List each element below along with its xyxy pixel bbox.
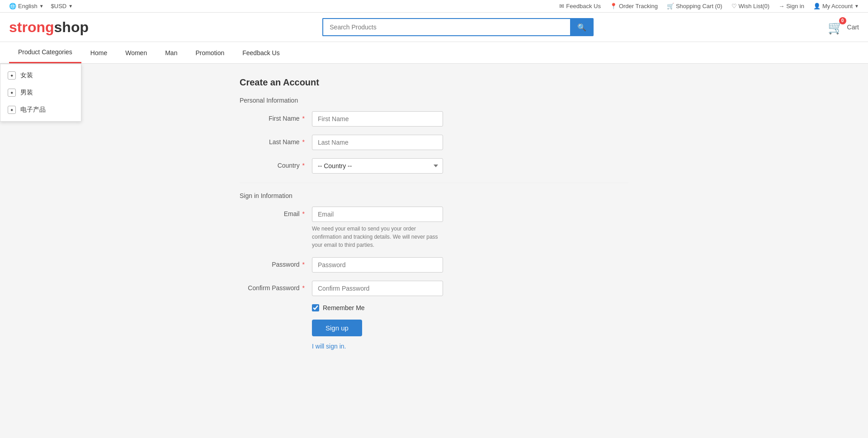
signin-info-title: Sign in Information: [240, 192, 628, 199]
remember-me-checkbox[interactable]: [312, 304, 319, 311]
person-icon: 👤: [813, 3, 821, 9]
category-icon-nanzhuang: ✦: [8, 89, 16, 97]
category-item-electronics[interactable]: ✦ 电子产品: [0, 101, 81, 118]
nav-home[interactable]: Home: [81, 43, 116, 63]
email-required: *: [301, 210, 305, 217]
first-name-group: First Name *: [240, 111, 628, 127]
language-label: English: [18, 3, 38, 9]
nav-bar: Product Categories Home Women Man Promot…: [0, 42, 868, 64]
last-name-label: Last Name *: [240, 135, 312, 146]
nav-feedback[interactable]: Feedback Us: [233, 43, 288, 63]
last-name-group: Last Name *: [240, 135, 628, 150]
sign-in-link[interactable]: → Sign in: [778, 3, 804, 9]
email-label: Email *: [240, 207, 312, 217]
logo-shop: shop: [54, 19, 89, 35]
first-name-label: First Name *: [240, 111, 312, 122]
cart-icon-header[interactable]: 🛒 0: [828, 20, 844, 35]
signin-link[interactable]: I will sign in.: [312, 343, 628, 350]
category-item-nuzhuang[interactable]: ✦ 女装: [0, 67, 81, 84]
location-icon: 📍: [610, 3, 617, 9]
cart-area: 🛒 0 Cart: [828, 20, 859, 35]
remember-me-row: Remember Me: [312, 304, 628, 311]
order-tracking-link[interactable]: 📍 Order Tracking: [610, 3, 658, 9]
password-group: Password *: [240, 257, 628, 273]
search-bar: 🔍: [322, 18, 594, 36]
category-label-electronics: 电子产品: [20, 106, 46, 114]
confirm-password-required: *: [301, 284, 305, 292]
category-icon-electronics: ✦: [8, 106, 16, 114]
currency-label: $USD: [51, 3, 67, 9]
email-hint: We need your email to send you your orde…: [312, 225, 443, 249]
search-input[interactable]: [322, 18, 570, 36]
top-bar: 🌐 English ▼ $USD ▼ ✉ Feedback Us 📍 Order…: [0, 0, 868, 13]
category-label-nanzhuang: 男装: [20, 89, 33, 97]
signin-icon: →: [778, 3, 784, 9]
email-group: Email * We need your email to send you y…: [240, 207, 628, 249]
cart-icon-top: 🛒: [667, 3, 674, 9]
signup-button[interactable]: Sign up: [312, 320, 362, 336]
nav-product-categories[interactable]: Product Categories: [9, 42, 81, 63]
nav-man[interactable]: Man: [156, 43, 186, 63]
account-dropdown-arrow: ▼: [854, 4, 859, 9]
signup-button-wrapper: Sign up: [240, 320, 628, 343]
language-dropdown-arrow: ▼: [39, 4, 44, 9]
country-select[interactable]: -- Country -- United States China United…: [312, 158, 443, 174]
currency-selector[interactable]: $USD ▼: [51, 3, 73, 9]
confirm-password-group: Confirm Password *: [240, 281, 628, 296]
search-button[interactable]: 🔍: [570, 18, 594, 36]
country-required: *: [301, 162, 305, 169]
confirm-password-label: Confirm Password *: [240, 281, 312, 292]
last-name-input[interactable]: [312, 135, 443, 150]
category-icon-nuzhuang: ✦: [8, 71, 16, 80]
heart-icon: ♡: [731, 3, 737, 9]
password-label: Password *: [240, 257, 312, 268]
cart-badge: 0: [839, 17, 846, 24]
cart-label: Cart: [847, 24, 859, 31]
category-item-nanzhuang[interactable]: ✦ 男装: [0, 84, 81, 101]
feedback-link[interactable]: ✉ Feedback Us: [559, 3, 601, 9]
country-label: Country *: [240, 158, 312, 169]
shopping-cart-link[interactable]: 🛒 Shopping Cart (0): [667, 3, 722, 9]
first-name-input[interactable]: [312, 111, 443, 127]
category-dropdown: ✦ 女装 ✦ 男装 ✦ 电子产品: [0, 64, 81, 122]
personal-info-section: Personal Information First Name * Last N…: [240, 97, 628, 174]
top-bar-left: 🌐 English ▼ $USD ▼: [9, 3, 73, 9]
confirm-password-input[interactable]: [312, 281, 443, 296]
first-name-required: *: [301, 115, 305, 122]
section-divider: [240, 183, 628, 183]
category-label-nuzhuang: 女装: [20, 71, 33, 80]
password-required: *: [301, 261, 305, 268]
nav-promotion[interactable]: Promotion: [186, 43, 233, 63]
currency-dropdown-arrow: ▼: [68, 4, 73, 9]
logo[interactable]: strongshop: [9, 19, 89, 36]
last-name-required: *: [301, 138, 305, 146]
main-content: Create an Account Personal Information F…: [231, 77, 637, 350]
language-selector[interactable]: 🌐 English ▼: [9, 3, 44, 9]
logo-strong: strong: [9, 19, 54, 35]
feedback-icon: ✉: [559, 3, 564, 9]
header: strongshop 🔍 🛒 0 Cart: [0, 13, 868, 42]
personal-info-title: Personal Information: [240, 97, 628, 104]
email-field-wrapper: We need your email to send you your orde…: [312, 207, 443, 249]
remember-me-label[interactable]: Remember Me: [323, 304, 365, 311]
my-account-link[interactable]: 👤 My Account ▼: [813, 3, 859, 9]
country-group: Country * -- Country -- United States Ch…: [240, 158, 628, 174]
signin-info-section: Sign in Information Email * We need your…: [240, 192, 628, 296]
globe-icon: 🌐: [9, 3, 16, 9]
top-bar-right: ✉ Feedback Us 📍 Order Tracking 🛒 Shoppin…: [559, 3, 859, 9]
page-title: Create an Account: [240, 77, 628, 88]
wish-list-link[interactable]: ♡ Wish List(0): [731, 3, 770, 9]
email-input[interactable]: [312, 207, 443, 222]
nav-women[interactable]: Women: [116, 43, 156, 63]
password-input[interactable]: [312, 257, 443, 273]
